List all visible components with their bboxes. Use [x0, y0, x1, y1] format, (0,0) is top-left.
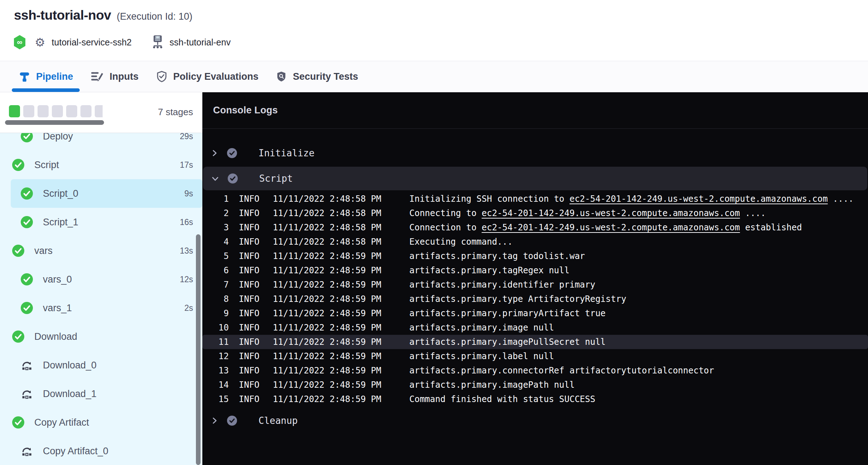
stage-row-vars_0[interactable]: vars_012s [0, 265, 202, 294]
log-section-cleanup[interactable]: Cleanup [202, 410, 868, 431]
stage-duration: 29s [180, 133, 193, 141]
pipeline-icon [19, 70, 30, 83]
log-message: artifacts.primary.tagRegex null [409, 265, 569, 275]
log-timestamp: 11/11/2022 2:48:59 PM [273, 323, 381, 333]
stage-row-script[interactable]: Script17s [0, 151, 202, 179]
console-body: InitializeScript1INFO11/11/2022 2:48:58 … [202, 129, 868, 431]
stage-segment-4 [52, 105, 63, 117]
stage-row-download[interactable]: Download [0, 322, 202, 351]
stage-duration: 16s [180, 217, 193, 227]
log-level: INFO [239, 337, 260, 347]
success-check-icon [21, 187, 33, 200]
log-timestamp: 11/11/2022 2:48:59 PM [273, 394, 381, 404]
section-name: Initialize [258, 148, 315, 158]
section-name: Script [259, 173, 293, 184]
log-line-number: 12 [202, 351, 229, 361]
log-message: Connecting to ec2-54-201-142-249.us-west… [409, 208, 766, 218]
log-message: Command finished with status SUCCESS [409, 394, 595, 404]
stage-row-copy-artifact[interactable]: Copy Artifact [0, 408, 202, 437]
sidebar-vertical-scrollbar[interactable] [196, 234, 201, 465]
log-line-10: 10INFO11/11/2022 2:48:59 PMartifacts.pri… [202, 320, 868, 335]
stage-label: Copy Artifact [34, 417, 89, 428]
hostname-link[interactable]: ec2-54-201-142-249.us-west-2.compute.ama… [482, 222, 740, 232]
console-title: Console Logs [213, 105, 278, 116]
log-section-script[interactable]: Script [203, 167, 867, 190]
chevron-right-icon [209, 415, 220, 426]
log-timestamp: 11/11/2022 2:48:58 PM [273, 222, 381, 232]
stage-row-download_1[interactable]: Download_1 [0, 380, 202, 408]
service-name[interactable]: tutorial-service-ssh2 [52, 37, 132, 48]
section-name: Cleanup [258, 415, 298, 426]
log-lines: 1INFO11/11/2022 2:48:58 PMInitializing S… [202, 192, 868, 406]
stage-segment-7 [95, 105, 103, 117]
log-line-2: 2INFO11/11/2022 2:48:58 PMConnecting to … [202, 206, 868, 220]
service-gear-icon: ⚙ [35, 36, 45, 48]
log-timestamp: 11/11/2022 2:48:59 PM [273, 308, 381, 318]
loop-strategy-icon [21, 359, 33, 371]
success-check-icon [21, 133, 33, 142]
tab-bar: PipelineInputsPolicy EvaluationsSecurity… [0, 61, 868, 92]
tab-security-tests[interactable]: Security Tests [276, 61, 358, 92]
active-tab-underline [12, 88, 80, 92]
log-line-6: 6INFO11/11/2022 2:48:59 PMartifacts.prim… [202, 263, 868, 278]
stage-row-vars_1[interactable]: vars_12s [0, 294, 202, 322]
log-message: artifacts.primary.identifier primary [409, 280, 595, 290]
log-line-15: 15INFO11/11/2022 2:48:59 PMCommand finis… [202, 392, 868, 406]
stage-segment-2 [23, 105, 34, 117]
chevron-right-icon [209, 148, 220, 158]
tab-inputs[interactable]: Inputs [91, 61, 139, 92]
log-timestamp: 11/11/2022 2:48:59 PM [273, 337, 381, 347]
stage-label: Download_0 [43, 360, 97, 371]
stage-label: Download [34, 331, 77, 342]
log-line-number: 15 [202, 394, 229, 404]
tab-label: Policy Evaluations [173, 71, 259, 82]
tab-policy-evaluations[interactable]: Policy Evaluations [156, 61, 259, 92]
tab-pipeline[interactable]: Pipeline [19, 61, 73, 92]
log-timestamp: 11/11/2022 2:48:58 PM [273, 194, 381, 204]
success-check-icon [12, 416, 24, 429]
page-title: ssh-tutorial-nov [14, 8, 111, 23]
log-timestamp: 11/11/2022 2:48:59 PM [273, 251, 381, 261]
stage-step-list: Deploy29sScript17sScript_09sScript_116sv… [0, 133, 202, 465]
stage-row-vars[interactable]: vars13s [0, 236, 202, 265]
log-section-initialize[interactable]: Initialize [202, 142, 868, 165]
hostname-link[interactable]: ec2-54-201-142-249.us-west-2.compute.ama… [482, 208, 740, 218]
log-line-number: 6 [202, 265, 229, 275]
stage-row-copy-artifact_0[interactable]: Copy Artifact_0 [0, 437, 202, 465]
stage-label: Download_1 [43, 388, 97, 400]
stage-graph-horizontal-scrollbar[interactable] [5, 120, 104, 125]
hostname-link[interactable]: ec2-54-201-142-249.us-west-2.compute.ama… [569, 194, 828, 204]
log-level: INFO [239, 366, 260, 376]
stage-duration: 13s [180, 246, 193, 256]
success-check-icon [21, 273, 33, 285]
loop-strategy-icon [21, 445, 33, 457]
stage-duration: 12s [180, 275, 193, 284]
log-message: artifacts.primary.label null [409, 351, 554, 361]
cd-hexagon-icon: ∞ [14, 35, 25, 49]
log-level: INFO [239, 294, 260, 304]
stage-row-background [11, 351, 202, 380]
log-level: INFO [239, 237, 260, 247]
policy-icon [156, 70, 167, 83]
log-timestamp: 11/11/2022 2:48:59 PM [273, 294, 381, 304]
step-success-icon [228, 173, 238, 183]
stage-label: Script_0 [43, 188, 78, 199]
stage-label: vars_1 [43, 303, 72, 314]
stage-row-script_0[interactable]: Script_09s [0, 179, 202, 208]
stage-row-download_0[interactable]: Download_0 [0, 351, 202, 380]
log-line-number: 9 [202, 308, 229, 318]
log-timestamp: 11/11/2022 2:48:59 PM [273, 366, 381, 376]
stage-row-deploy[interactable]: Deploy29s [0, 133, 202, 151]
stage-graph-strip: 7 stages [0, 92, 202, 133]
stage-segment-5 [66, 105, 77, 117]
stage-sidebar: 7 stages Deploy29sScript17sScript_09sScr… [0, 92, 202, 465]
stage-segment-3 [38, 105, 49, 117]
stage-row-background [11, 294, 202, 322]
log-line-number: 7 [202, 280, 229, 290]
environment-name[interactable]: ssh-tutorial-env [169, 37, 231, 48]
log-timestamp: 11/11/2022 2:48:59 PM [273, 280, 381, 290]
stage-row-script_1[interactable]: Script_116s [0, 208, 202, 236]
environment-icon [152, 34, 164, 50]
log-level: INFO [239, 351, 260, 361]
log-level: INFO [239, 222, 260, 232]
